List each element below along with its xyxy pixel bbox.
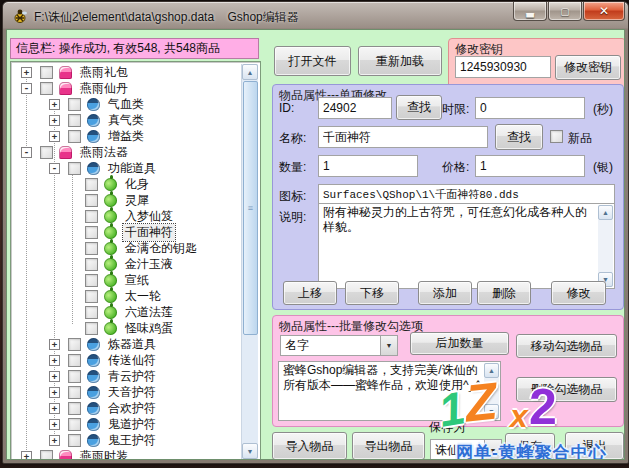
tree-item-label[interactable]: 燕雨礼包	[78, 64, 130, 81]
open-file-button[interactable]: 打开文件	[274, 46, 351, 76]
tree-item[interactable]: +真气类	[13, 112, 241, 128]
tree-item[interactable]: +传送仙符	[13, 352, 241, 368]
tree-item[interactable]: 金满仓的钥匙	[13, 240, 241, 256]
description-textarea[interactable]: 附有神秘灵力的上古符咒，可任意幻化成各种人的样貌。 ▲ ▼	[318, 203, 615, 289]
tree-item[interactable]: -燕雨法器	[13, 144, 241, 160]
expand-plus-icon[interactable]: +	[49, 115, 60, 126]
tree-item-label[interactable]: 青云护符	[106, 368, 158, 385]
tree-item-checkbox[interactable]	[68, 162, 81, 175]
title-bar[interactable]: F:\诛仙2\element\data\gshop.data Gshop编辑器 …	[3, 2, 628, 29]
tree-item-label[interactable]: 金汁玉液	[123, 256, 175, 273]
tree-item-checkbox[interactable]	[68, 402, 81, 415]
tree-item[interactable]: +燕雨礼包	[13, 64, 241, 80]
tree-item-label[interactable]: 千面神符	[123, 224, 175, 241]
note-textarea[interactable]: 蜜蜂Gshop编辑器，支持完美/诛仙的所有版本——蜜蜂作品，欢迎使用^_^ ▲ …	[278, 361, 501, 421]
tree-item-label[interactable]: 功能道具	[106, 160, 158, 177]
tree-item-label[interactable]: 气血类	[106, 96, 146, 113]
tree-item[interactable]: +青云护符	[13, 368, 241, 384]
tree-item-label[interactable]: 传送仙符	[106, 352, 158, 369]
expand-plus-icon[interactable]: +	[49, 99, 60, 110]
quantity-input[interactable]	[318, 155, 418, 177]
tree-item-label[interactable]: 化身	[123, 176, 151, 193]
tree-item[interactable]: +天音护符	[13, 384, 241, 400]
price-input[interactable]	[475, 155, 585, 177]
new-item-checkbox[interactable]	[550, 130, 563, 143]
tree-item[interactable]: 化身	[13, 176, 241, 192]
tree-item-label[interactable]: 炼器道具	[106, 336, 158, 353]
tree-item-checkbox[interactable]	[85, 210, 98, 223]
chevron-down-icon[interactable]: ▼	[484, 440, 501, 460]
tree-item-checkbox[interactable]	[68, 370, 81, 383]
find-id-button[interactable]: 查找	[396, 95, 442, 120]
id-input[interactable]	[318, 97, 392, 119]
field-select[interactable]: 名字 ▼	[280, 335, 398, 356]
expand-plus-icon[interactable]: +	[21, 67, 32, 78]
tree-item[interactable]: +鬼王护符	[13, 432, 241, 448]
tree-item-label[interactable]: 增益类	[106, 128, 146, 145]
scroll-up-icon[interactable]: ▲	[484, 363, 499, 378]
tree-item-checkbox[interactable]	[40, 82, 53, 95]
export-items-button[interactable]: 导出物品	[352, 432, 425, 460]
tree-item[interactable]: +炼器道具	[13, 336, 241, 352]
tree-item[interactable]: -燕雨仙丹	[13, 80, 241, 96]
modify-button[interactable]: 修改	[551, 281, 606, 305]
tree-item[interactable]: +增益类	[13, 128, 241, 144]
tree-item[interactable]: 灵犀	[13, 192, 241, 208]
tree-item-label[interactable]: 入梦仙笈	[123, 208, 175, 225]
tree-item-label[interactable]: 鬼道护符	[106, 416, 158, 433]
expand-plus-icon[interactable]: +	[49, 131, 60, 142]
scroll-down-icon[interactable]: ▼	[242, 443, 258, 459]
expand-plus-icon[interactable]: +	[49, 371, 60, 382]
import-items-button[interactable]: 导入物品	[272, 432, 347, 460]
delete-checked-button[interactable]: 删除勾选物品	[516, 377, 617, 402]
exit-button[interactable]: 退出	[565, 432, 624, 460]
tree-item[interactable]: 宣纸	[13, 272, 241, 288]
tree-item-label[interactable]: 金满仓的钥匙	[123, 240, 199, 257]
tree-item-checkbox[interactable]	[85, 226, 98, 239]
expand-plus-icon[interactable]: +	[49, 355, 60, 366]
tree-item-label[interactable]: 怪味鸡蛋	[123, 320, 175, 337]
collapse-minus-icon[interactable]: -	[21, 83, 32, 94]
tree-item-checkbox[interactable]	[85, 194, 98, 207]
key-input[interactable]	[455, 56, 551, 78]
expand-plus-icon[interactable]: +	[21, 451, 32, 461]
tree-item[interactable]: +气血类	[13, 96, 241, 112]
note-scrollbar[interactable]: ▲ ▼	[484, 363, 499, 419]
collapse-minus-icon[interactable]: -	[21, 147, 32, 158]
tree-scrollbar[interactable]: ▲ ≡ ▼	[241, 64, 258, 459]
tree-item-label[interactable]: 燕雨仙丹	[78, 80, 130, 97]
scroll-up-icon[interactable]: ▲	[242, 64, 258, 80]
scrollbar-thumb[interactable]: ≡	[243, 81, 258, 335]
delete-button[interactable]: 删除	[477, 281, 531, 305]
expand-plus-icon[interactable]: +	[49, 403, 60, 414]
close-button[interactable]: ✕	[583, 2, 625, 21]
tree-item-checkbox[interactable]	[40, 450, 53, 461]
tree-item-label[interactable]: 真气类	[106, 112, 146, 129]
scroll-down-icon[interactable]: ▼	[484, 404, 499, 419]
tree-item-checkbox[interactable]	[68, 434, 81, 447]
tree-item[interactable]: 入梦仙笈	[13, 208, 241, 224]
append-quantity-button[interactable]: 后加数量	[410, 332, 509, 355]
expand-plus-icon[interactable]: +	[49, 387, 60, 398]
save-button[interactable]: 保存	[505, 433, 555, 460]
tree-item[interactable]: 金汁玉液	[13, 256, 241, 272]
tree-item[interactable]: +合欢护符	[13, 400, 241, 416]
tree-item-checkbox[interactable]	[85, 258, 98, 271]
scroll-up-icon[interactable]: ▲	[598, 205, 613, 220]
tree-item-checkbox[interactable]	[68, 98, 81, 111]
tree-item-label[interactable]: 太一轮	[123, 288, 163, 305]
tree-item-checkbox[interactable]	[85, 322, 98, 335]
tree-item[interactable]: 怪味鸡蛋	[13, 320, 241, 336]
tree-item-label[interactable]: 合欢护符	[106, 400, 158, 417]
tree-item[interactable]: -功能道具	[13, 160, 241, 176]
item-tree[interactable]: +燕雨礼包-燕雨仙丹+气血类+真气类+增益类-燕雨法器-功能道具化身灵犀入梦仙笈…	[10, 61, 261, 460]
tree-item-checkbox[interactable]	[40, 146, 53, 159]
tree-item-label[interactable]: 燕雨法器	[78, 144, 130, 161]
chevron-down-icon[interactable]: ▼	[380, 336, 397, 355]
tree-item-label[interactable]: 六道法莲	[123, 304, 175, 321]
expand-plus-icon[interactable]: +	[49, 419, 60, 430]
tree-item[interactable]: +鬼道护符	[13, 416, 241, 432]
tree-item-checkbox[interactable]	[68, 418, 81, 431]
move-checked-button[interactable]: 移动勾选物品	[516, 334, 617, 358]
name-input[interactable]	[318, 126, 488, 148]
